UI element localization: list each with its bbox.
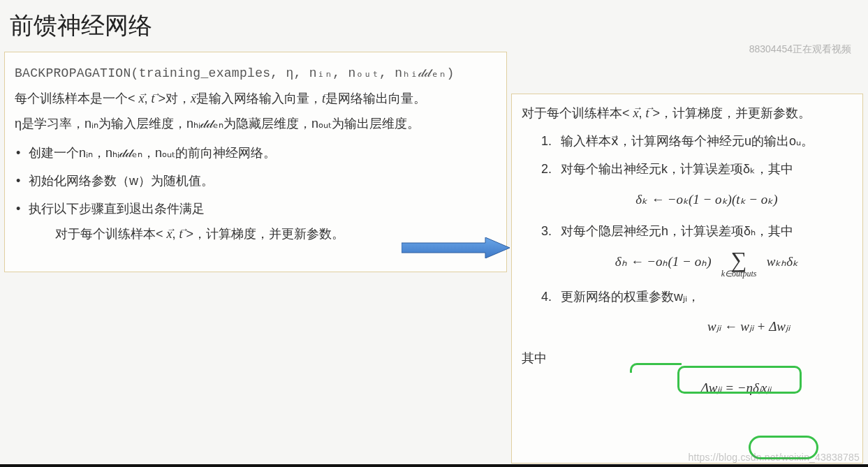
where-label: 其中: [522, 346, 853, 370]
desc-line-1: 每个训练样本是一个< x, t >对，x是输入网络输入向量，t是网络输出向量。: [15, 86, 496, 111]
vec-t: t: [322, 91, 325, 105]
txt: >，计算梯度，并更新参数。: [649, 106, 811, 120]
txt: 对每个隐层神经元h，计算误差项δₕ，其中: [561, 224, 793, 238]
bottom-bar: [0, 464, 868, 467]
equation-w-update: wⱼᵢ ← wⱼᵢ + Δwⱼᵢ: [561, 314, 853, 339]
txt: >，计算梯度，并更新参数。: [183, 227, 345, 241]
step-1: 1.输入样本x⃗，计算网络每个神经元u的输出oᵤ。: [541, 129, 853, 153]
step-2: 2.对每个输出神经元k，计算误差项δₖ，其中 δₖ ← −oₖ(1 − oₖ)(…: [541, 157, 853, 212]
vec-x: x: [191, 91, 196, 105]
txt: 对于每个训练样本<: [522, 106, 633, 120]
arrow-icon: [402, 237, 510, 258]
right-panel: 对于每个训练样本< x, t >，计算梯度，并更新参数。 1.输入样本x⃗，计算…: [511, 94, 863, 464]
equation-delta-w: Δwⱼᵢ = −ηδⱼxⱼᵢ: [522, 376, 853, 401]
desc-line-2: η是学习率，nᵢₙ为输入层维度，nₕᵢ𝒹𝒹ₑₙ为隐藏层维度，nₒᵤₜ为输出层维度…: [15, 111, 496, 136]
txt: 对于每个训练样本<: [55, 227, 167, 241]
equation-delta-k: δₖ ← −oₖ(1 − oₖ)(tₖ − oₖ): [561, 187, 853, 212]
watermark-viewer: 88304454正在观看视频: [749, 43, 851, 56]
step-3: 3.对每个隐层神经元h，计算误差项δₕ，其中 δₕ ← −oₕ(1 − oₕ) …: [541, 219, 853, 278]
svg-marker-0: [402, 237, 510, 258]
right-head: 对于每个训练样本< x, t >，计算梯度，并更新参数。: [522, 101, 853, 125]
bullet-1: 创建一个nᵢₙ，nₕᵢ𝒹𝒹ₑₙ，nₒᵤₜ的前向神经网络。: [15, 140, 496, 165]
bullet-2: 初始化网络参数（w）为随机值。: [15, 168, 496, 193]
txt: 是网络输出向量。: [325, 91, 426, 105]
txt: 对每个输出神经元k，计算误差项δₖ，其中: [561, 162, 793, 176]
txt: 每个训练样本是一个<: [15, 91, 139, 105]
vec-t: t: [646, 106, 649, 120]
vec-x: x: [167, 227, 172, 241]
step-4: 4.更新网络的权重参数wⱼᵢ， wⱼᵢ ← wⱼᵢ + Δwⱼᵢ: [541, 285, 853, 339]
txt: 输入样本x⃗，计算网络每个神经元u的输出oᵤ。: [561, 134, 814, 148]
slide-title: 前馈神经网络: [0, 0, 868, 49]
vec-x: x: [139, 91, 145, 105]
txt: 更新网络的权重参数wⱼᵢ，: [561, 290, 700, 304]
sigma-icon: ∑ k∈outputs: [721, 249, 757, 278]
vec-x: x: [633, 106, 639, 120]
vec-t: t: [179, 227, 183, 241]
vec-t: t: [152, 91, 155, 105]
txt: 是输入网络输入向量，: [196, 91, 322, 105]
bullet-3: 执行以下步骤直到退出条件满足: [15, 196, 496, 221]
equation-delta-h: δₕ ← −oₕ(1 − oₕ) ∑ k∈outputs wₖₕδₖ: [561, 249, 853, 278]
txt: wₖₕδₖ: [767, 254, 799, 269]
watermark-url: https://blog.csdn.net/weixin_43838785: [688, 452, 860, 463]
algo-signature: BACKPROPAGATION(training_examples, η, nᵢ…: [15, 61, 496, 86]
txt: δₕ ← −oₕ(1 − oₕ): [615, 254, 712, 269]
txt: k∈outputs: [721, 269, 757, 278]
